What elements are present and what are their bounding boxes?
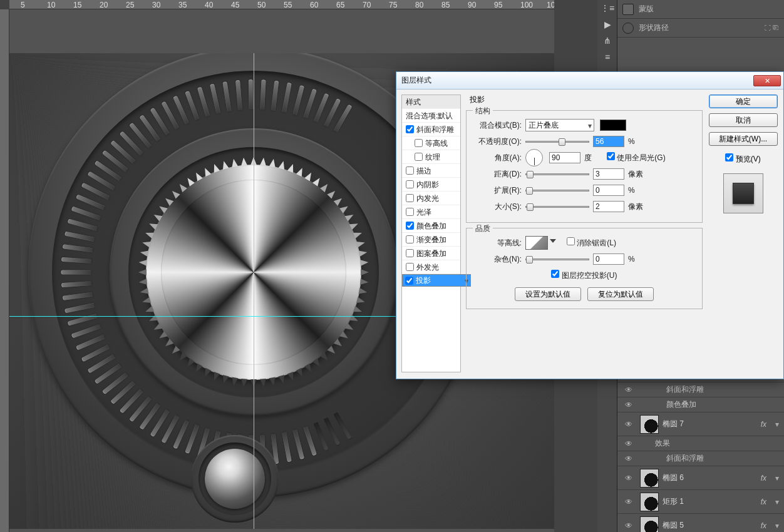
- style-texture[interactable]: 纹理: [402, 150, 460, 164]
- blend-mode-select[interactable]: 正片叠底: [525, 119, 594, 131]
- preview-checkbox[interactable]: 预览(V): [725, 153, 760, 165]
- layer-name: 椭圆 7: [663, 419, 684, 429]
- layer-name: 矩形 1: [663, 496, 684, 507]
- spread-slider[interactable]: [525, 190, 589, 192]
- opacity-label: 不透明度(O):: [473, 136, 522, 147]
- layer-bevel-row[interactable]: 👁斜面和浮雕: [617, 451, 784, 466]
- fx-badge[interactable]: fx: [761, 521, 766, 530]
- style-bevel[interactable]: 斜面和浮雕: [402, 123, 460, 136]
- ruler-horizontal: 5101520253035404550556065707580859095100…: [9, 0, 554, 9]
- layer-row[interactable]: 👁矩形 1fx▾: [617, 489, 784, 513]
- layer-thumb: [640, 516, 659, 533]
- opacity-unit: %: [628, 137, 647, 146]
- satin-checkbox[interactable]: [406, 208, 414, 216]
- style-color-overlay[interactable]: 颜色叠加: [402, 219, 460, 233]
- distance-unit: 像素: [628, 169, 647, 180]
- antialias-checkbox[interactable]: 消除锯齿(L): [567, 237, 616, 248]
- bevel-checkbox[interactable]: [406, 125, 414, 133]
- layer-row[interactable]: 👁椭圆 7fx▾: [617, 412, 784, 436]
- dialog-titlebar[interactable]: 图层样式 ✕: [396, 72, 783, 90]
- blend-options-row[interactable]: 混合选项:默认: [402, 109, 460, 123]
- knockout-checkbox[interactable]: 图层挖空投影(U): [551, 270, 617, 281]
- distance-label: 距离(D):: [473, 169, 522, 180]
- blend-mode-label: 混合模式(B):: [473, 120, 522, 131]
- style-pattern-overlay[interactable]: 图案叠加: [402, 247, 460, 260]
- angle-dial[interactable]: [525, 149, 543, 166]
- style-gradient-overlay[interactable]: 渐变叠加: [402, 233, 460, 247]
- color-overlay-checkbox[interactable]: [406, 222, 414, 230]
- visibility-icon[interactable]: 👁: [621, 420, 636, 429]
- opacity-input[interactable]: 56: [593, 136, 624, 147]
- contour-checkbox[interactable]: [415, 139, 423, 147]
- cancel-button[interactable]: 取消: [709, 113, 778, 127]
- effect-color-overlay[interactable]: 👁颜色叠加: [617, 397, 784, 412]
- fx-badge[interactable]: fx: [761, 498, 766, 506]
- fx-badge[interactable]: fx: [761, 420, 766, 429]
- drop-shadow-checkbox[interactable]: [405, 277, 413, 285]
- angle-label: 角度(A):: [473, 153, 522, 163]
- brush-icon[interactable]: ⋔: [597, 33, 617, 49]
- fx-badge[interactable]: fx: [761, 474, 766, 483]
- pattern-overlay-checkbox[interactable]: [406, 249, 414, 257]
- close-button[interactable]: ✕: [753, 75, 781, 86]
- chevron-down-icon[interactable]: ▾: [775, 498, 779, 506]
- inner-glow-checkbox[interactable]: [406, 194, 414, 202]
- style-contour[interactable]: 等高线: [402, 136, 460, 150]
- layer-row[interactable]: 👁椭圆 6fx▾: [617, 466, 784, 489]
- chevron-down-icon[interactable]: ▾: [775, 521, 779, 530]
- visibility-icon[interactable]: 👁: [621, 401, 636, 409]
- styles-header[interactable]: 样式: [402, 95, 460, 109]
- style-outer-glow[interactable]: 外发光: [402, 260, 460, 274]
- shadow-color-swatch[interactable]: [600, 120, 626, 131]
- styles-list: 样式 混合选项:默认 斜面和浮雕 等高线 纹理 描边 内阴影 内发光 光泽 颜色…: [401, 95, 461, 372]
- grad-overlay-checkbox[interactable]: [406, 235, 414, 243]
- distance-slider[interactable]: [525, 173, 589, 175]
- new-style-button[interactable]: 新建样式(W)...: [709, 132, 778, 146]
- noise-slider[interactable]: [525, 258, 589, 260]
- layer-thumb: [640, 415, 659, 434]
- visibility-icon[interactable]: 👁: [621, 521, 636, 530]
- contour-picker[interactable]: [525, 236, 548, 250]
- stroke-checkbox[interactable]: [406, 166, 414, 175]
- size-slider[interactable]: [525, 206, 589, 208]
- layer-effects-row[interactable]: 👁效果: [617, 436, 784, 451]
- ruler-vertical: [0, 9, 9, 532]
- outer-glow-checkbox[interactable]: [406, 263, 414, 271]
- shape-path-row[interactable]: 形状路径 ⛶ ⎘: [617, 19, 784, 38]
- angle-input[interactable]: 90: [549, 152, 580, 163]
- quality-fieldset: 品质 等高线: 消除锯齿(L) 杂色(N): 0 % 图层挖空投影(U): [466, 228, 703, 309]
- style-satin[interactable]: 光泽: [402, 205, 460, 219]
- panel-icon[interactable]: ⋮≡: [597, 0, 617, 16]
- guide-vertical[interactable]: [254, 53, 254, 529]
- inner-shadow-checkbox[interactable]: [406, 180, 414, 188]
- ok-button[interactable]: 确定: [709, 95, 778, 108]
- texture-checkbox[interactable]: [415, 153, 423, 161]
- spread-input[interactable]: 0: [593, 185, 624, 196]
- style-inner-shadow[interactable]: 内阴影: [402, 178, 460, 192]
- mask-panel-row[interactable]: 蒙版: [617, 0, 784, 19]
- reset-default-button[interactable]: 复位为默认值: [587, 287, 654, 301]
- layer-name: 椭圆 6: [663, 473, 684, 483]
- link-icon[interactable]: ⛶ ⎘: [765, 24, 779, 31]
- global-light-checkbox[interactable]: 使用全局光(G): [607, 152, 666, 163]
- size-input[interactable]: 2: [593, 201, 624, 212]
- layer-row[interactable]: 👁椭圆 5fx▾: [617, 513, 784, 532]
- visibility-icon[interactable]: 👁: [621, 474, 636, 483]
- effect-bevel[interactable]: 👁斜面和浮雕: [617, 382, 784, 397]
- set-default-button[interactable]: 设置为默认值: [515, 287, 581, 301]
- spread-label: 扩展(R):: [473, 185, 522, 196]
- visibility-icon[interactable]: 👁: [621, 498, 636, 506]
- chevron-down-icon[interactable]: ▾: [775, 420, 779, 429]
- spread-unit: %: [628, 186, 647, 195]
- style-drop-shadow[interactable]: 投影: [402, 274, 471, 287]
- distance-input[interactable]: 3: [593, 168, 624, 180]
- play-icon[interactable]: ▶: [597, 16, 617, 33]
- visibility-icon[interactable]: 👁: [621, 386, 636, 394]
- style-stroke[interactable]: 描边: [402, 164, 460, 178]
- opacity-slider[interactable]: [525, 141, 589, 143]
- options-icon[interactable]: ≡: [597, 49, 617, 65]
- layer-name: 椭圆 5: [663, 520, 684, 531]
- noise-input[interactable]: 0: [593, 253, 624, 265]
- style-inner-glow[interactable]: 内发光: [402, 192, 460, 205]
- chevron-down-icon[interactable]: ▾: [775, 474, 779, 483]
